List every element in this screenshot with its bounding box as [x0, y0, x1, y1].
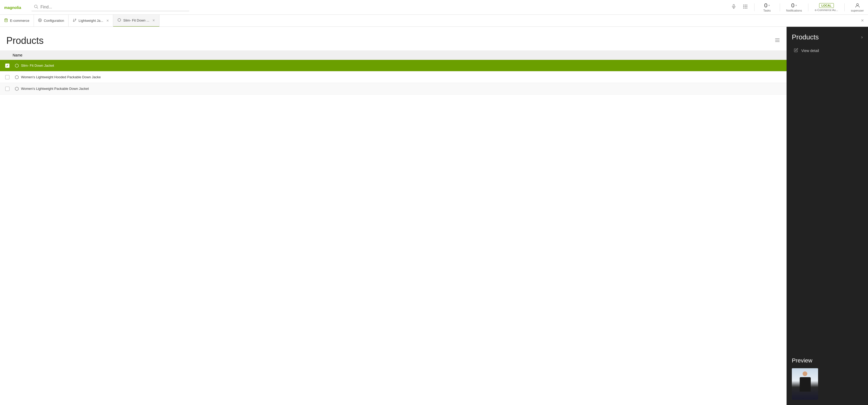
topbar: magnolia 0: [0, 0, 868, 15]
right-panel-header: Products ›: [786, 27, 868, 45]
branch-icon: [73, 19, 76, 23]
row-product-icon: [12, 64, 21, 68]
topbar-divider-3: [808, 3, 808, 11]
close-all-tabs-button[interactable]: ×: [857, 18, 868, 23]
tasks-indicator[interactable]: 0 ▾ Tasks: [761, 3, 773, 12]
svg-rect-11: [746, 6, 747, 7]
tab-lightweight-jacket[interactable]: Lightweight Ja... ×: [68, 15, 113, 27]
tab-configuration-label: Configuration: [44, 19, 64, 23]
row-product-name: Women's Lightweight Packable Down Jacket: [21, 87, 89, 91]
table-row[interactable]: Women's Lightweight Hooded Packable Down…: [0, 71, 786, 83]
preview-image: [792, 368, 818, 400]
microphone-icon[interactable]: [731, 4, 736, 10]
svg-point-19: [75, 19, 76, 20]
svg-point-17: [39, 20, 40, 21]
panel-expand-button[interactable]: ›: [861, 34, 863, 40]
svg-rect-9: [743, 6, 744, 7]
topbar-right: 0 ▾ Tasks 0 ▾ Notifications LOCAL e-Comm…: [731, 3, 864, 12]
svg-rect-8: [746, 5, 747, 5]
table-row[interactable]: Slim- Fit Down Jacket: [0, 60, 786, 71]
products-table: Name Slim- Fit Down Jacket: [0, 51, 786, 95]
row-checkbox[interactable]: [5, 64, 9, 68]
row-product-name: Women's Lightweight Hooded Packable Down…: [21, 75, 101, 79]
column-name-header: Name: [12, 53, 22, 57]
tab-slim-fit-down-label: Slim- Fit Down ...: [123, 19, 149, 22]
tab-slim-fit-down[interactable]: Slim- Fit Down ... ×: [113, 15, 159, 27]
tab-ecommerce-label: E-commerce: [10, 19, 29, 23]
pencil-icon: [794, 48, 798, 53]
tab-lightweight-jacket-close[interactable]: ×: [106, 19, 109, 23]
preview-title: Preview: [792, 357, 863, 364]
preview-section: Preview: [786, 352, 868, 405]
search-icon: [34, 4, 38, 10]
box-icon: [118, 18, 121, 23]
page-title: Products: [6, 35, 43, 46]
row-product-icon: [12, 87, 21, 91]
row-checkbox[interactable]: [5, 75, 9, 79]
svg-point-1: [34, 5, 37, 8]
svg-text:magnolia: magnolia: [4, 5, 21, 10]
tasks-chevron-icon: ▾: [769, 4, 770, 7]
search-input[interactable]: [40, 5, 187, 9]
user-menu[interactable]: superuser: [851, 3, 864, 12]
right-panel-title: Products: [792, 33, 819, 41]
topbar-divider-2: [780, 3, 780, 11]
notifications-indicator[interactable]: 0 ▾ Notifications: [786, 3, 802, 12]
page-header: Products: [0, 27, 786, 51]
main-layout: Products Name: [0, 27, 868, 405]
svg-line-2: [37, 7, 38, 8]
row-checkbox-cell[interactable]: [2, 64, 12, 68]
content-area: Products Name: [0, 27, 786, 405]
row-product-name: Slim- Fit Down Jacket: [21, 64, 54, 67]
table-header-row: Name: [0, 51, 786, 60]
tab-ecommerce[interactable]: E-commerce: [0, 15, 34, 27]
svg-rect-12: [743, 8, 744, 8]
right-panel: Products › View detail Preview: [786, 27, 868, 405]
svg-rect-10: [745, 6, 746, 7]
svg-rect-7: [745, 5, 746, 5]
svg-point-15: [857, 3, 858, 5]
search-bar[interactable]: [32, 3, 189, 11]
env-switcher[interactable]: LOCAL e-Commerce Au...: [815, 3, 838, 11]
svg-point-20: [73, 21, 74, 22]
svg-rect-3: [733, 4, 734, 7]
table-row[interactable]: Women's Lightweight Packable Down Jacket: [0, 83, 786, 95]
gear-icon: [38, 19, 42, 23]
svg-rect-14: [746, 8, 747, 8]
row-checkbox-cell[interactable]: [2, 75, 12, 79]
cart-icon: [4, 19, 8, 23]
topbar-divider-4: [844, 3, 845, 11]
tab-slim-fit-down-close[interactable]: ×: [152, 19, 155, 23]
topbar-divider: [754, 3, 754, 11]
svg-rect-6: [743, 5, 744, 5]
header-menu-button[interactable]: [774, 37, 780, 44]
row-checkbox-cell[interactable]: [2, 87, 12, 91]
grid-icon[interactable]: [743, 4, 748, 10]
row-checkbox[interactable]: [5, 87, 9, 91]
tab-configuration[interactable]: Configuration: [34, 15, 68, 27]
view-detail-action[interactable]: View detail: [789, 45, 866, 56]
svg-rect-13: [745, 8, 746, 8]
row-product-icon: [12, 75, 21, 79]
view-detail-label: View detail: [801, 49, 819, 53]
logo[interactable]: magnolia: [4, 3, 25, 11]
notifications-chevron-icon: ▾: [796, 4, 797, 7]
tab-lightweight-jacket-label: Lightweight Ja...: [79, 19, 103, 23]
tabs-bar: E-commerce Configuration Lightweight Ja.…: [0, 15, 868, 27]
preview-image-inner: [792, 368, 818, 400]
